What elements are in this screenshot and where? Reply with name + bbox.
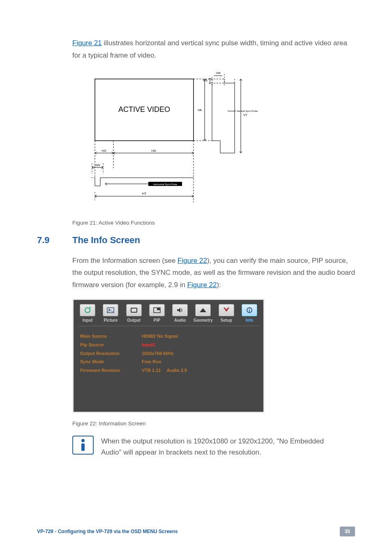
osd-row-output-resolution: Output Resolution 1024x768 60Hz: [80, 349, 257, 358]
intro-paragraph: Figure 21 illustrates horizontal and ver…: [72, 37, 355, 62]
section-title: The Info Screen: [72, 235, 140, 246]
osd-tab-label: Picture: [104, 318, 118, 323]
osd-row-value: HDMI2 No Signal: [142, 332, 178, 341]
geometry-icon: [195, 304, 211, 316]
note-text: When the output resolution is 1920x1080 …: [101, 436, 331, 458]
pip-icon: [149, 304, 165, 316]
info-text-end: ):: [217, 281, 221, 289]
osd-tab-pip[interactable]: PIP: [147, 304, 167, 323]
osd-tab-label: Output: [127, 318, 141, 323]
input-icon: [80, 304, 95, 316]
osd-row-sync-mode: Sync Mode Free Run: [80, 357, 257, 366]
setup-icon: [219, 304, 234, 316]
osd-row-value-2: Audio 2.9: [166, 366, 187, 375]
osd-tab-input[interactable]: Input: [78, 304, 97, 323]
osd-info-body: Main Source HDMI2 No Signal Pip Source I…: [74, 326, 263, 412]
svg-text:ACTIVE VIDEO: ACTIVE VIDEO: [118, 105, 170, 114]
svg-text:VW: VW: [216, 72, 221, 74]
figure-21-link[interactable]: Figure 21: [72, 39, 102, 47]
svg-text:Vertical Sync Pulse: Vertical Sync Pulse: [237, 110, 258, 112]
osd-tab-setup[interactable]: Setup: [217, 304, 236, 323]
figure-22-caption: Figure 22: Information Screen: [72, 420, 355, 427]
osd-tab-bar: Input Picture Output PIP Audio: [74, 300, 263, 323]
svg-rect-41: [131, 308, 137, 312]
figure-22-link-2[interactable]: Figure 22: [187, 281, 217, 289]
osd-tab-audio[interactable]: Audio: [170, 304, 190, 323]
osd-row-label: Main Source: [80, 332, 142, 341]
svg-text:HW: HW: [95, 163, 100, 167]
audio-icon: [172, 304, 188, 316]
svg-text:VT: VT: [243, 113, 247, 117]
footer-page-number: 35: [340, 527, 355, 536]
section-number: 7.9: [37, 235, 72, 246]
figure-22-link-1[interactable]: Figure 22: [178, 257, 207, 265]
svg-text:HT: HT: [142, 192, 147, 195]
svg-rect-43: [157, 308, 160, 310]
osd-row-firmware-revision: Firmware Revision VTB 1.11 Audio 2.9: [80, 366, 257, 375]
info-text-pre: From the Information screen (see: [72, 257, 178, 265]
info-icon: [242, 304, 257, 316]
info-paragraph: From the Information screen (see Figure …: [72, 255, 355, 291]
osd-row-label: Firmware Revision: [80, 366, 142, 375]
osd-tab-output[interactable]: Output: [124, 304, 144, 323]
svg-point-51: [81, 439, 85, 442]
osd-row-label: Output Resolution: [80, 349, 142, 358]
osd-row-pip-source: Pip Source Input1: [80, 341, 257, 349]
info-note: When the output resolution is 1920x1080 …: [72, 436, 355, 458]
svg-text:Horizontal Sync Pulse: Horizontal Sync Pulse: [153, 183, 178, 186]
intro-rest: illustrates horizontal and vertical sync…: [72, 39, 347, 59]
svg-point-49: [249, 309, 250, 309]
osd-tab-label: Info: [246, 318, 253, 323]
page-footer: VP-729 - Configuring the VP-729 via the …: [37, 527, 355, 536]
svg-marker-45: [200, 308, 206, 312]
svg-line-38: [89, 307, 91, 309]
osd-row-value: Input1: [142, 341, 155, 349]
osd-tab-label: Geometry: [194, 318, 213, 323]
osd-tab-label: Audio: [174, 318, 186, 323]
osd-row-value: 1024x768 60Hz: [142, 349, 174, 358]
picture-icon: [103, 304, 118, 316]
osd-row-value: Free Run: [142, 357, 161, 366]
osd-tab-geometry[interactable]: Geometry: [193, 304, 213, 323]
note-info-icon: [72, 436, 94, 455]
svg-text:HA: HA: [151, 149, 156, 153]
osd-tab-label: Input: [83, 318, 92, 323]
svg-text:HS: HS: [101, 149, 106, 153]
osd-row-value: VTB 1.11: [142, 366, 161, 375]
figure-21-caption: Figure 21: Active Video Functions: [72, 220, 355, 226]
svg-rect-52: [81, 443, 85, 451]
osd-row-label: Sync Mode: [80, 357, 142, 366]
figure-22-osd-screenshot: Input Picture Output PIP Audio: [72, 299, 265, 413]
svg-text:VA: VA: [198, 108, 202, 112]
osd-tab-info[interactable]: Info: [240, 304, 259, 323]
output-icon: [126, 304, 142, 316]
section-7-9-heading: 7.9 The Info Screen: [37, 235, 355, 246]
svg-marker-44: [177, 308, 180, 313]
osd-tab-label: Setup: [221, 318, 232, 323]
osd-tab-picture[interactable]: Picture: [101, 304, 120, 323]
osd-row-label: Pip Source: [80, 341, 142, 349]
figure-21-diagram: ACTIVE VIDEO VW VS VA: [72, 71, 278, 212]
footer-title: VP-729 - Configuring the VP-729 via the …: [37, 529, 178, 534]
osd-row-main-source: Main Source HDMI2 No Signal: [80, 332, 257, 341]
osd-tab-label: PIP: [154, 318, 160, 323]
